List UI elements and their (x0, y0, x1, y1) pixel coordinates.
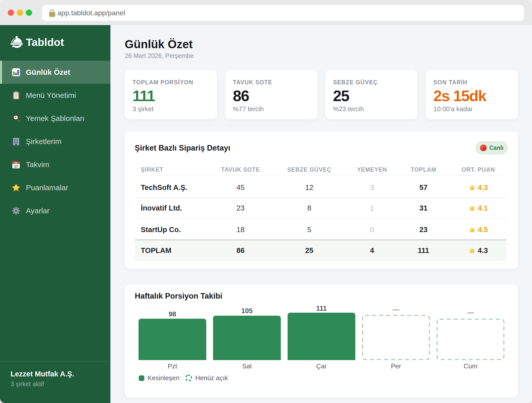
svg-text:17: 17 (14, 165, 18, 168)
svg-text:JUL: JUL (14, 162, 18, 164)
